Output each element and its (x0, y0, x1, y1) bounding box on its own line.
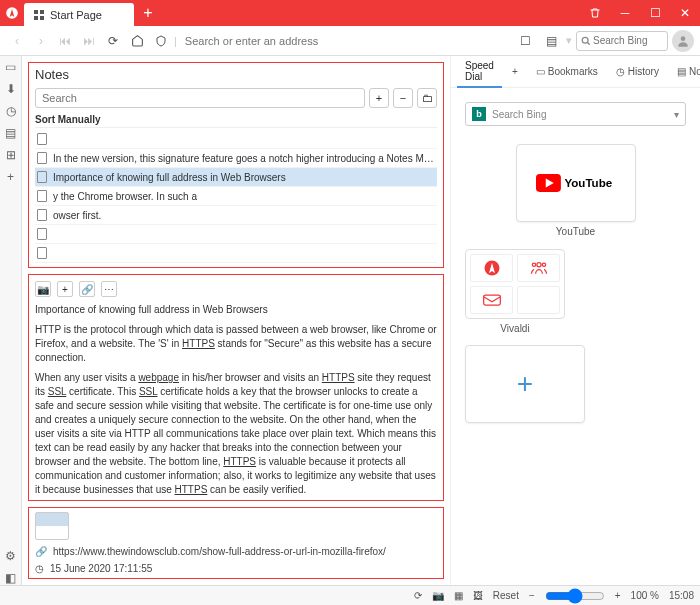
status-sync-icon[interactable]: ⟳ (414, 590, 422, 601)
profile-avatar[interactable] (672, 30, 694, 52)
tile-label: YouTube (465, 226, 686, 237)
zoom-reset[interactable]: Reset (493, 590, 519, 601)
note-item[interactable]: owser first. (35, 206, 437, 225)
app-menu-icon[interactable] (0, 0, 24, 26)
tab-title: Start Page (50, 9, 102, 21)
home-button[interactable] (126, 30, 148, 52)
tab-history[interactable]: ◷History (608, 62, 667, 81)
panel-downloads-icon[interactable]: ⬇ (4, 82, 18, 96)
editor-title-line: Importance of knowing full address in We… (35, 304, 268, 315)
notes-title: Notes (35, 67, 437, 82)
close-button[interactable]: ✕ (670, 0, 700, 26)
minimize-button[interactable]: ─ (610, 0, 640, 26)
note-item[interactable] (35, 130, 437, 149)
add-note-button[interactable]: + (369, 88, 389, 108)
maximize-button[interactable]: ☐ (640, 0, 670, 26)
browser-tab[interactable]: Start Page (24, 3, 134, 26)
note-icon (37, 171, 47, 183)
note-item[interactable]: Importance of knowing full address in We… (35, 168, 437, 187)
remove-note-button[interactable]: − (393, 88, 413, 108)
chevron-down-icon: ▾ (674, 109, 679, 120)
note-icon (37, 133, 47, 145)
svg-rect-14 (483, 295, 500, 305)
tile-label: Vivaldi (465, 323, 565, 334)
note-item[interactable]: y the Chrome browser. In such a (35, 187, 437, 206)
speed-dial-grid: YouTube YouTube Vivaldi + (465, 144, 686, 423)
panel-window-icon[interactable]: ⊞ (4, 148, 18, 162)
search-input[interactable] (593, 35, 663, 46)
shield-icon[interactable] (150, 30, 172, 52)
tile-youtube[interactable]: YouTube (516, 144, 636, 222)
forward-button[interactable]: › (30, 30, 52, 52)
bookmark-icon[interactable]: ☐ (514, 30, 536, 52)
notes-search-input[interactable] (35, 88, 365, 108)
rewind-button[interactable]: ⏮ (54, 30, 76, 52)
insert-button[interactable]: + (57, 281, 73, 297)
tab-notes[interactable]: ▤Notes (669, 62, 700, 81)
reader-icon[interactable]: ▤ (540, 30, 562, 52)
status-tiling-icon[interactable]: ▦ (454, 590, 463, 601)
start-page: Speed Dial + ▭Bookmarks ◷History ▤Notes … (450, 56, 700, 585)
panel-bookmarks-icon[interactable]: ▭ (4, 60, 18, 74)
tab-grid-icon (34, 10, 44, 20)
note-icon (37, 209, 47, 221)
tab-speed-dial[interactable]: Speed Dial (457, 56, 502, 88)
note-list: In the new version, this signature featu… (35, 130, 437, 263)
timestamp: 15 June 2020 17:11:55 (50, 563, 152, 574)
status-images-icon[interactable]: 🖼 (473, 590, 483, 601)
svg-point-6 (681, 36, 686, 41)
note-item[interactable] (35, 225, 437, 244)
mini-tile (470, 286, 513, 314)
attachment-thumbnail[interactable] (35, 512, 69, 540)
more-button[interactable]: ⋯ (101, 281, 117, 297)
tab-add[interactable]: + (504, 62, 526, 81)
mini-tile (517, 286, 560, 314)
attach-image-button[interactable]: 📷 (35, 281, 51, 297)
note-icon (37, 190, 47, 202)
svg-point-11 (532, 263, 535, 266)
source-url-row: 🔗 https://www.thewindowsclub.com/show-fu… (35, 546, 437, 557)
svg-rect-2 (40, 10, 44, 14)
history-icon: ◷ (616, 66, 625, 77)
folder-vivaldi[interactable]: Vivaldi (465, 247, 565, 335)
zoom-in-button[interactable]: + (615, 590, 621, 601)
address-bar: ‹ › ⏮ ⏭ ⟳ | ☐ ▤ ▾ (0, 26, 700, 56)
note-icon (37, 247, 47, 259)
add-tile-button[interactable]: + (465, 345, 585, 423)
svg-text:YouTube: YouTube (564, 177, 612, 189)
start-page-tabs: Speed Dial + ▭Bookmarks ◷History ▤Notes (451, 56, 700, 88)
panel-toggle-icon[interactable]: ◧ (4, 571, 18, 585)
svg-point-12 (542, 263, 545, 266)
note-metadata-section: 🔗 https://www.thewindowsclub.com/show-fu… (28, 507, 444, 579)
search-box[interactable] (576, 31, 668, 51)
clock-time: 15:08 (669, 590, 694, 601)
status-capture-icon[interactable]: 📷 (432, 590, 444, 601)
panel-history-icon[interactable]: ◷ (4, 104, 18, 118)
note-editor-body[interactable]: Importance of knowing full address in We… (35, 303, 437, 501)
note-icon (37, 152, 47, 164)
panel-add-icon[interactable]: + (4, 170, 18, 184)
new-folder-button[interactable]: 🗀 (417, 88, 437, 108)
sort-label[interactable]: Sort Manually (35, 112, 437, 128)
fast-forward-button[interactable]: ⏭ (78, 30, 100, 52)
address-input[interactable] (185, 35, 506, 47)
panel-settings-icon[interactable]: ⚙ (4, 549, 18, 563)
trash-button[interactable] (580, 0, 610, 26)
reload-button[interactable]: ⟳ (102, 30, 124, 52)
note-item[interactable]: In the new version, this signature featu… (35, 149, 437, 168)
editor-toolbar: 📷 + 🔗 ⋯ (35, 279, 437, 303)
note-item[interactable] (35, 244, 437, 263)
panel-notes-icon[interactable]: ▤ (4, 126, 18, 140)
back-button[interactable]: ‹ (6, 30, 28, 52)
zoom-out-button[interactable]: − (529, 590, 535, 601)
speed-dial-search[interactable]: b Search Bing ▾ (465, 102, 686, 126)
tab-bookmarks[interactable]: ▭Bookmarks (528, 62, 606, 81)
new-tab-button[interactable]: + (138, 0, 158, 26)
timestamp-row: ◷ 15 June 2020 17:11:55 (35, 563, 437, 574)
link-button[interactable]: 🔗 (79, 281, 95, 297)
source-url[interactable]: https://www.thewindowsclub.com/show-full… (53, 546, 386, 557)
svg-rect-4 (40, 16, 44, 20)
notes-list-section: Notes + − 🗀 Sort Manually In the new ver… (28, 62, 444, 268)
zoom-slider[interactable] (545, 588, 605, 604)
status-bar: ⟳ 📷 ▦ 🖼 Reset − + 100 % 15:08 (0, 585, 700, 605)
